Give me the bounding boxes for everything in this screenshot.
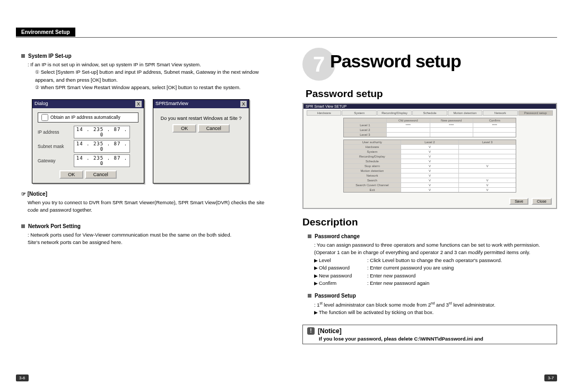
- authority-cell[interactable]: V: [459, 164, 516, 168]
- authority-cell[interactable]: V: [401, 178, 459, 182]
- ip-dialog: DialogX Obtain an IP address automatical…: [32, 99, 144, 184]
- password-change-body: : You can assign password to three opera…: [314, 241, 557, 257]
- authority-cell[interactable]: [459, 169, 516, 173]
- password-cell[interactable]: ****: [387, 123, 430, 127]
- authority-cell[interactable]: [459, 159, 516, 163]
- ok-button[interactable]: OK: [172, 124, 196, 133]
- sysip-step2: ② When SPR Smart View Restart Window app…: [35, 84, 271, 92]
- ok-button[interactable]: OK: [59, 170, 83, 179]
- save-button[interactable]: Save: [509, 198, 528, 205]
- right-column: 7 Password setup Password setup SPR Smar…: [302, 48, 557, 344]
- authority-label: Stop alarm: [344, 164, 402, 168]
- description-title: Description: [302, 216, 557, 228]
- password-cell[interactable]: [387, 133, 430, 137]
- left-page-number: 3-6: [16, 374, 29, 381]
- restart-dialog: SPRSmartViewX Do you want restart Window…: [153, 99, 249, 184]
- authority-cell[interactable]: V: [459, 178, 516, 182]
- warning-icon: !: [307, 327, 315, 335]
- password-setup-heading: Password Setup: [315, 293, 356, 299]
- authority-label: Hardware: [344, 145, 402, 149]
- section-subtitle: Password setup: [306, 88, 557, 100]
- setup-tab[interactable]: Recording/Display: [377, 110, 412, 116]
- authority-cell[interactable]: V: [401, 169, 459, 173]
- authority-cell[interactable]: [459, 145, 516, 149]
- authority-cell[interactable]: V: [401, 164, 459, 168]
- setup-tab[interactable]: Network: [483, 110, 517, 116]
- notice-box-heading: [Notice]: [318, 327, 342, 335]
- gateway-label: Gateway: [38, 158, 70, 163]
- sysip-intro: : If an IP is not set up in window, set …: [28, 61, 271, 68]
- desc-kv-row: ▶Level: Click Level button to change the…: [314, 257, 557, 265]
- ip-dialog-title: Dialog: [34, 101, 48, 107]
- authority-label: Network: [344, 173, 402, 178]
- password-cell[interactable]: [430, 133, 473, 137]
- password-cell[interactable]: [387, 128, 430, 132]
- close-button[interactable]: Close: [532, 198, 552, 205]
- right-page-number: 3-7: [544, 374, 557, 381]
- bullet-icon: [308, 234, 311, 238]
- authority-label: System: [344, 150, 402, 154]
- sysip-step1: ① Select [System IP Set-up] button and i…: [35, 68, 271, 84]
- sysip-heading: System IP Set-up: [28, 53, 72, 59]
- authority-cell[interactable]: V: [401, 154, 459, 159]
- setup-tab[interactable]: Schedule: [412, 110, 447, 116]
- cancel-button[interactable]: Cancel: [198, 124, 230, 133]
- desc-kv-row: ▶New password: Enter new password: [314, 272, 557, 280]
- bullet-icon: [308, 294, 311, 298]
- setup-tab[interactable]: Password setup: [518, 110, 553, 116]
- subnet-label: Subnet mask: [38, 144, 70, 149]
- authority-label: Recording/Display: [344, 154, 402, 159]
- setup-tab[interactable]: Motion detection: [448, 110, 482, 116]
- password-cell[interactable]: [473, 128, 516, 132]
- notice-box-body: If you lose your password, pleas delete …: [319, 336, 552, 342]
- setup-screenshot: SPR Smart View SETUP HardwareSystemRecor…: [302, 103, 557, 209]
- left-column: System IP Set-up : If an IP is not set u…: [16, 48, 271, 344]
- auto-ip-checkbox[interactable]: [41, 114, 48, 121]
- ip-input[interactable]: 14 . 235 . 87 . 0: [74, 126, 130, 138]
- authority-cell[interactable]: [459, 150, 516, 154]
- bullet-icon: [21, 224, 25, 228]
- close-icon[interactable]: X: [240, 101, 247, 107]
- authority-cell[interactable]: [459, 154, 516, 159]
- level-label: Level 2: [344, 128, 387, 132]
- netport-l2: Site's network ports can be assigned her…: [28, 239, 271, 246]
- netport-heading: Network Port Setting: [28, 223, 81, 229]
- level-label: Level 3: [344, 133, 387, 137]
- notice-box: ![Notice] If you lose your password, ple…: [302, 325, 557, 344]
- authority-cell[interactable]: V: [459, 188, 516, 192]
- authority-label: Exit: [344, 188, 402, 192]
- notice-body: When you try to connect to DVR from SPR …: [28, 199, 271, 214]
- dialog-screenshots: DialogX Obtain an IP address automatical…: [32, 99, 271, 184]
- setup-tab[interactable]: Hardware: [307, 110, 341, 116]
- ip-label: IP address: [38, 129, 70, 135]
- pws-line2: ▶The function will be activated by ticki…: [314, 309, 557, 317]
- netport-l1: : Network ports used for View-Viewer com…: [28, 231, 271, 239]
- authority-cell[interactable]: V: [401, 173, 459, 178]
- header-rule: [16, 37, 557, 38]
- password-change-heading: Password change: [315, 233, 360, 239]
- authority-cell[interactable]: V: [459, 183, 516, 187]
- gateway-input[interactable]: 14 . 235 . 87 . 0: [74, 154, 130, 167]
- bullet-icon: [21, 54, 25, 58]
- cancel-button[interactable]: Cancel: [85, 170, 117, 179]
- auto-ip-checkbox-row[interactable]: Obtain an IP address automatically: [38, 112, 138, 123]
- password-cell[interactable]: [430, 128, 473, 132]
- authority-cell[interactable]: V: [401, 188, 459, 192]
- level-label: Level 1: [344, 123, 387, 127]
- authority-cell[interactable]: V: [401, 150, 459, 154]
- close-icon[interactable]: X: [135, 101, 142, 107]
- desc-kv-row: ▶Old password: Enter current password yo…: [314, 264, 557, 272]
- authority-label: Schedule: [344, 159, 402, 163]
- password-cell[interactable]: ****: [430, 123, 473, 127]
- subnet-input[interactable]: 14 . 235 . 87 . 0: [74, 140, 130, 153]
- authority-cell[interactable]: V: [401, 159, 459, 163]
- pws-line1: : 1st level administrator can block some…: [314, 301, 557, 309]
- authority-cell[interactable]: V: [401, 145, 459, 149]
- password-cell[interactable]: ****: [473, 123, 516, 127]
- header-chapter: Environment Setup: [16, 28, 75, 37]
- authority-cell[interactable]: V: [401, 183, 459, 187]
- setup-tab[interactable]: System: [342, 110, 376, 116]
- restart-msg: Do you want restart Windows at Site ?: [159, 116, 244, 121]
- password-cell[interactable]: [473, 133, 516, 137]
- authority-cell[interactable]: [459, 173, 516, 178]
